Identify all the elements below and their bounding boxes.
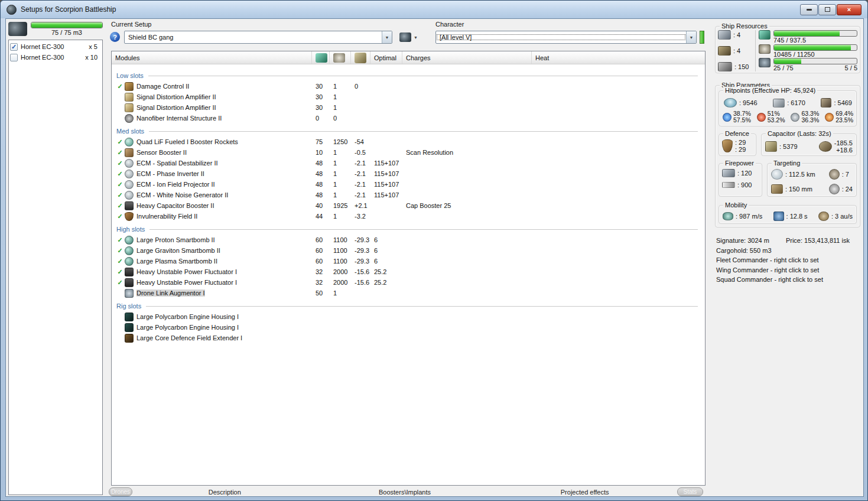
module-powergrid: 1	[333, 93, 355, 100]
sensor-booster-icon	[125, 148, 134, 157]
ship-tools-button[interactable]: ▼	[397, 31, 420, 44]
module-row[interactable]: ✓Invulnerability Field II441-3.2	[112, 211, 705, 222]
module-row[interactable]: Large Core Defence Field Extender I	[112, 333, 705, 343]
fitted-check-icon: ✓	[115, 149, 125, 157]
hitpoints-box: Hitpoints (Effective HP: 45,924) : 9546 …	[719, 90, 857, 126]
slot-section-title: Low slots	[112, 70, 705, 81]
module-row[interactable]: Large Polycarbon Engine Housing I	[112, 311, 705, 322]
tab-drones[interactable]: Drones	[109, 487, 132, 496]
ecm-icon	[125, 170, 134, 178]
module-name: ECM - Ion Field Projector II	[136, 181, 316, 188]
drone-list-item[interactable]: Hornet EC-300x 10	[10, 52, 101, 63]
module-row[interactable]: Signal Distortion Amplifier II301	[112, 102, 705, 113]
rig-core-icon	[125, 334, 134, 343]
close-button[interactable]: ×	[837, 4, 862, 15]
targeting-range-value: : 112.5 km	[785, 171, 815, 178]
module-row[interactable]: ✓ECM - Ion Field Projector II481-2.1115+…	[112, 179, 705, 190]
module-row[interactable]: ✓Damage Control II3010	[112, 81, 705, 92]
module-name: Nanofiber Internal Structure II	[136, 115, 316, 122]
fitted-check-icon: ✓	[115, 191, 125, 199]
module-powergrid: 1	[333, 160, 355, 167]
cargohold-value: Cargohold: 550 m3	[716, 246, 860, 256]
module-powergrid: 2000	[333, 268, 355, 275]
tab-boosters-implants[interactable]: Boosters\Implants	[315, 489, 495, 496]
launcher-hardpoints-icon	[718, 46, 731, 56]
module-optimal: 6	[374, 247, 406, 254]
mobility-legend: Mobility	[723, 201, 749, 209]
chevron-down-icon[interactable]: ▼	[686, 31, 696, 43]
ship-resources-box: Ship Resources : 4 : 4 : 150 745 / 937.5…	[715, 26, 860, 73]
module-row[interactable]: ✓Large Graviton Smartbomb II601100-29.36	[112, 245, 705, 256]
current-setup-select[interactable]: Shield BC gang ▼	[124, 31, 392, 44]
scan-resolution-value: : 24	[842, 186, 853, 193]
module-row[interactable]: ✓Large Proton Smartbomb II601100-29.36	[112, 235, 705, 245]
drone-quantity: x 5	[89, 43, 101, 50]
fitted-check-icon: ✓	[115, 236, 125, 244]
resist-armor-pct: 36.3%	[801, 117, 819, 123]
module-name: Heavy Unstable Power Fluctuator I	[136, 279, 316, 286]
maximize-icon	[825, 7, 830, 12]
module-row[interactable]: Signal Distortion Amplifier II301	[112, 92, 705, 102]
module-powergrid: 1	[333, 104, 355, 111]
module-row[interactable]: Nanofiber Internal Structure II00	[112, 113, 705, 123]
title-bar: Setups for Scorpion Battleship ×	[1, 1, 867, 18]
thermal-resist-group: 51%53.2%	[757, 110, 785, 123]
targeting-legend: Targeting	[772, 160, 802, 167]
hitpoints-legend: Hitpoints (Effective HP: 45,924)	[723, 87, 817, 94]
module-name: Signal Distortion Amplifier II	[136, 104, 316, 111]
module-row[interactable]: ✓Quad LiF Fueled I Booster Rockets751250…	[112, 136, 705, 147]
maximize-button[interactable]	[818, 4, 836, 15]
slot-section-title: Rig slots	[112, 301, 705, 311]
module-row[interactable]: Drone Link Augmentor I501	[112, 288, 705, 298]
modules-body: Low slots✓Damage Control II3010Signal Di…	[112, 64, 705, 485]
cpu-icon	[316, 53, 327, 63]
drone-name: Hornet EC-300	[21, 43, 64, 50]
ship-resources-legend: Ship Resources	[720, 22, 769, 30]
calibration-icon	[718, 62, 732, 71]
wing-commander-slot[interactable]: Wing Commander - right click to set	[716, 265, 860, 275]
module-row[interactable]: ✓Heavy Capacitor Booster II401925+2.1Cap…	[112, 200, 705, 211]
module-optimal: 6	[374, 236, 406, 243]
character-select[interactable]: [All level V] ▼	[435, 31, 697, 44]
module-row[interactable]: ✓Large Plasma Smartbomb II601100-29.36	[112, 256, 705, 266]
defence-shield-icon	[722, 139, 733, 152]
fitted-check-icon: ✓	[115, 202, 125, 210]
checkbox-unchecked[interactable]	[10, 54, 18, 61]
capacitor-box: Capacitor (Lasts: 32s) : 5379 -185.5+18.…	[761, 134, 857, 156]
tab-projected-effects[interactable]: Projected effects	[495, 489, 675, 496]
module-charges: Scan Resolution	[406, 149, 535, 156]
module-row[interactable]: Large Polycarbon Engine Housing I	[112, 322, 705, 333]
mobility-box: Mobility : 987 m/s : 12.8 s : 3 au/s	[719, 205, 857, 224]
module-row[interactable]: ✓Sensor Booster II101-0.5Scan Resolution	[112, 147, 705, 158]
module-cap-use: -2.1	[355, 170, 374, 177]
minimize-button[interactable]	[800, 4, 818, 15]
module-row[interactable]: ✓ECM - Phase Inverter II481-2.1115+107	[112, 168, 705, 179]
module-row[interactable]: ✓ECM - Spatial Destabilizer II481-2.1115…	[112, 158, 705, 168]
close-icon: ×	[847, 6, 851, 13]
checkbox-checked[interactable]: ✓	[10, 43, 18, 51]
align-time-icon	[773, 212, 784, 221]
squad-commander-slot[interactable]: Squad Commander - right click to set	[716, 275, 860, 285]
module-cpu: 32	[316, 279, 333, 286]
module-row[interactable]: ✓Heavy Unstable Power Fluctuator I322000…	[112, 266, 705, 277]
tab-description[interactable]: Description	[135, 489, 315, 496]
tab-stats[interactable]: Stats	[677, 487, 703, 496]
module-powergrid: 1250	[333, 138, 355, 145]
module-name: Large Graviton Smartbomb II	[136, 247, 316, 254]
current-setup-value: Shield BC gang	[125, 34, 382, 41]
warp-speed-value: : 3 au/s	[831, 213, 853, 220]
module-row[interactable]: ✓ECM - White Noise Generator II481-2.111…	[112, 190, 705, 200]
capacitor-legend: Capacitor (Lasts: 32s)	[766, 130, 833, 137]
drone-list-item[interactable]: ✓Hornet EC-300x 5	[10, 41, 101, 52]
chevron-down-icon[interactable]: ▼	[382, 31, 392, 43]
capacitor-drain: -185.5	[834, 139, 853, 147]
module-name: Drone Link Augmentor I	[136, 289, 316, 297]
price-value: Price: 153,413,811 isk	[786, 236, 850, 246]
defence-legend: Defence	[723, 130, 751, 137]
help-icon[interactable]: ?	[110, 32, 120, 42]
module-optimal: 115+107	[374, 191, 406, 199]
drone-bandwidth-bar	[773, 58, 857, 64]
module-row[interactable]: ✓Heavy Unstable Power Fluctuator I322000…	[112, 277, 705, 288]
fleet-commander-slot[interactable]: Fleet Commander - right click to set	[716, 255, 860, 265]
module-cpu: 48	[316, 170, 333, 177]
